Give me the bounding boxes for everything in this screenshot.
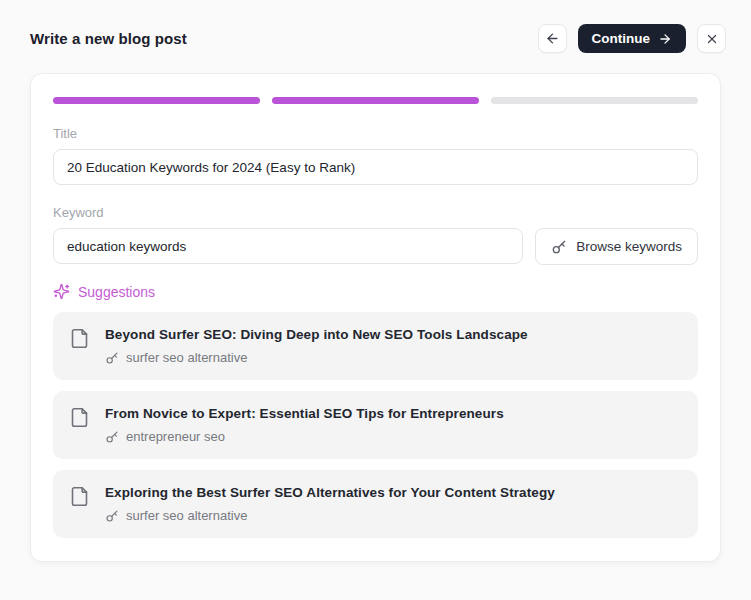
key-icon [551, 239, 567, 255]
suggestion-item[interactable]: From Novice to Expert: Essential SEO Tip… [53, 391, 698, 459]
header-actions: Continue [538, 24, 727, 53]
back-button[interactable] [538, 24, 567, 53]
dialog-card: Title Keyword Browse keywords Suggestion… [30, 73, 721, 562]
keyword-input[interactable] [53, 228, 523, 264]
title-label: Title [53, 126, 698, 141]
suggestion-item[interactable]: Exploring the Best Surfer SEO Alternativ… [53, 470, 698, 538]
arrow-left-icon [545, 31, 560, 46]
suggestion-content: Exploring the Best Surfer SEO Alternativ… [105, 485, 555, 523]
suggestion-title: Exploring the Best Surfer SEO Alternativ… [105, 485, 555, 500]
progress-step-1 [53, 97, 260, 104]
file-icon [69, 407, 90, 428]
continue-button[interactable]: Continue [578, 24, 687, 53]
arrow-right-icon [658, 32, 672, 46]
continue-button-label: Continue [592, 31, 651, 46]
suggestion-content: Beyond Surfer SEO: Diving Deep into New … [105, 327, 528, 365]
progress-step-2 [272, 97, 479, 104]
suggestion-content: From Novice to Expert: Essential SEO Tip… [105, 406, 504, 444]
browse-keywords-button[interactable]: Browse keywords [535, 228, 698, 265]
suggestion-keyword-row: entrepreneur seo [105, 429, 504, 444]
close-icon [705, 32, 719, 46]
suggestion-title: Beyond Surfer SEO: Diving Deep into New … [105, 327, 528, 342]
key-icon [105, 509, 119, 523]
suggestion-keyword-row: surfer seo alternative [105, 350, 528, 365]
progress-step-3 [491, 97, 698, 104]
suggestion-keyword: surfer seo alternative [126, 508, 247, 523]
suggestion-title: From Novice to Expert: Essential SEO Tip… [105, 406, 504, 421]
key-icon [105, 430, 119, 444]
suggestion-keyword: entrepreneur seo [126, 429, 225, 444]
title-input[interactable] [53, 149, 698, 185]
suggestion-keyword: surfer seo alternative [126, 350, 247, 365]
dialog-header: Write a new blog post Continue [0, 0, 751, 53]
key-icon [105, 351, 119, 365]
progress-bar [53, 97, 698, 104]
browse-keywords-label: Browse keywords [576, 239, 682, 254]
suggestions-heading: Suggestions [53, 283, 698, 300]
file-icon [69, 486, 90, 507]
suggestions-heading-label: Suggestions [78, 284, 155, 300]
page-title: Write a new blog post [30, 30, 187, 47]
sparkles-icon [53, 283, 70, 300]
file-icon [69, 328, 90, 349]
keyword-row: Browse keywords [53, 228, 698, 265]
suggestion-item[interactable]: Beyond Surfer SEO: Diving Deep into New … [53, 312, 698, 380]
keyword-label: Keyword [53, 205, 698, 220]
close-button[interactable] [697, 24, 726, 53]
suggestion-keyword-row: surfer seo alternative [105, 508, 555, 523]
